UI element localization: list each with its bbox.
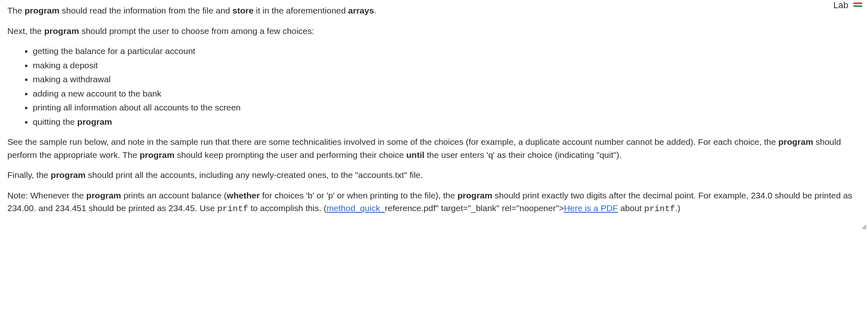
paragraph-finally: Finally, the program should print all th…: [7, 169, 861, 182]
text: See the sample run below, and note in th…: [7, 137, 778, 146]
link-here-is-pdf[interactable]: Here is a PDF: [564, 203, 618, 213]
text: The: [7, 6, 25, 15]
bold-program: program: [86, 191, 121, 200]
paragraph-sample-run: See the sample run below, and note in th…: [7, 135, 861, 161]
paragraph-choices-intro: Next, the program should prompt the user…: [7, 25, 861, 38]
text: prints an account balance (: [121, 191, 227, 200]
text: .): [675, 203, 680, 213]
bold-until: until: [406, 150, 424, 160]
text: for choices 'b' or 'p' or when printing …: [260, 191, 457, 200]
list-item: quitting the program: [33, 115, 861, 128]
choices-list: getting the balance for a particular acc…: [33, 45, 861, 128]
text: it in the aforementioned: [253, 6, 348, 15]
text: Finally, the: [7, 170, 51, 180]
status-bar-red: [853, 2, 862, 4]
bold-program: program: [44, 26, 79, 36]
top-label: Lab: [833, 0, 848, 12]
paragraph-intro: The program should read the information …: [7, 4, 861, 17]
bold-arrays: arrays: [348, 6, 374, 15]
text: the user enters 'q' as their choice (ind…: [425, 150, 622, 160]
bold-program: program: [457, 191, 492, 200]
bold-whether: whether: [227, 191, 260, 200]
text: Next, the: [7, 26, 44, 36]
text: to accomplish this. (: [248, 203, 326, 213]
status-bar-green: [853, 5, 862, 7]
text: Note: Whenever the: [7, 191, 86, 200]
bold-program: program: [778, 137, 813, 146]
text: should print all the accounts, including…: [86, 170, 423, 180]
list-item: making a withdrawal: [33, 73, 861, 86]
list-item: printing all information about all accou…: [33, 101, 861, 114]
bold-program: program: [51, 170, 86, 180]
resize-handle-icon[interactable]: [861, 224, 866, 230]
paragraph-note: Note: Whenever the program prints an acc…: [7, 189, 861, 216]
text: reference.pdf" target="_blank" rel="noop…: [385, 203, 564, 213]
bold-program: program: [77, 117, 112, 126]
text: about: [618, 203, 644, 213]
list-item: adding a new account to the bank: [33, 87, 861, 100]
status-bars: [853, 2, 862, 7]
bold-program: program: [140, 150, 174, 160]
bold-program: program: [25, 6, 59, 15]
text: should prompt the user to choose from am…: [79, 26, 314, 36]
text: should keep prompting the user and perfo…: [174, 150, 406, 160]
text: .: [374, 6, 376, 15]
list-item: making a deposit: [33, 59, 861, 72]
link-method-quick[interactable]: method_quick_: [327, 203, 385, 213]
list-item: getting the balance for a particular acc…: [33, 45, 861, 58]
text: should read the information from the fil…: [59, 6, 233, 15]
code-printf: printf: [644, 204, 675, 214]
code-printf: printf: [217, 204, 249, 214]
bold-store: store: [233, 6, 253, 15]
text: quitting the: [33, 117, 77, 126]
